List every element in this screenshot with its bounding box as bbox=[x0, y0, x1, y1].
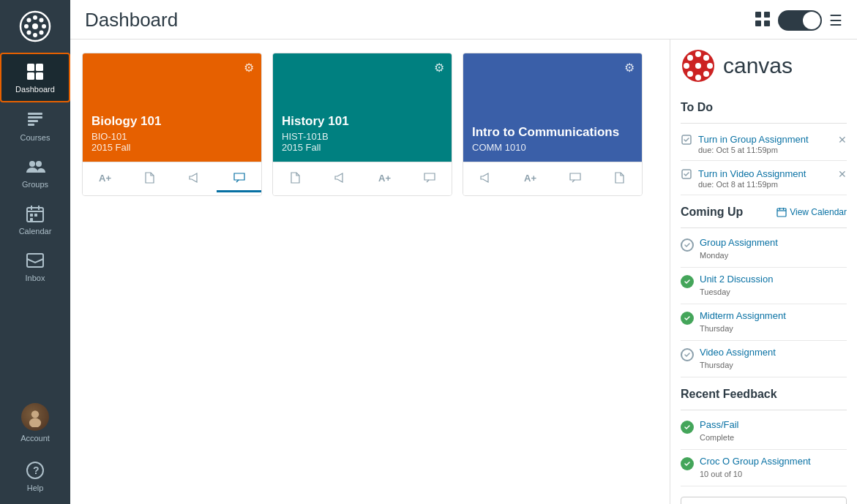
card-btn-announce-comm1010[interactable] bbox=[463, 165, 508, 192]
files-icon2 bbox=[289, 171, 302, 184]
check-green-fb-1 bbox=[684, 424, 691, 431]
coming-item-3: Midterm Assignment Thursday bbox=[681, 304, 847, 341]
courses-icon bbox=[25, 110, 45, 130]
check-green-fb-2 bbox=[684, 460, 691, 467]
card-btn-discuss-bio101[interactable] bbox=[217, 165, 261, 192]
avatar-img bbox=[25, 407, 45, 427]
svg-point-48 bbox=[687, 71, 693, 77]
coming-check-3 bbox=[681, 312, 694, 325]
card-btn-discuss-comm1010[interactable] bbox=[553, 165, 597, 192]
svg-rect-12 bbox=[27, 72, 34, 80]
card-gear-comm1010[interactable]: ⚙ bbox=[624, 61, 635, 75]
todo-divider bbox=[681, 123, 847, 124]
feedback-link-1[interactable]: Pass/Fail bbox=[700, 419, 847, 430]
view-calendar-label: View Calendar bbox=[790, 207, 847, 217]
calendar-small-icon bbox=[776, 207, 787, 217]
card-btn-grades-comm1010[interactable]: A+ bbox=[508, 165, 553, 192]
discuss-icon2 bbox=[423, 171, 436, 184]
svg-point-2 bbox=[33, 15, 37, 20]
assignment-icon-2 bbox=[681, 168, 692, 180]
todo-icon-1 bbox=[681, 134, 692, 148]
sidebar-item-help[interactable]: ? Help bbox=[0, 453, 70, 500]
card-btn-files-comm1010[interactable] bbox=[597, 165, 642, 192]
svg-point-19 bbox=[36, 161, 42, 167]
sidebar-item-groups[interactable]: Groups bbox=[0, 149, 70, 196]
svg-point-4 bbox=[24, 24, 29, 29]
coming-link-2[interactable]: Unit 2 Discussion bbox=[700, 274, 847, 285]
todo-icon-2 bbox=[681, 168, 692, 182]
card-gear-bio101[interactable]: ⚙ bbox=[244, 61, 254, 75]
svg-point-29 bbox=[29, 418, 41, 427]
sidebar: Dashboard Courses Groups bbox=[0, 0, 70, 504]
feedback-text-1: Pass/Fail Complete bbox=[700, 419, 847, 443]
todo-item-2: Turn in Video Assignment due: Oct 8 at 1… bbox=[681, 161, 847, 195]
feedback-sub-1: Complete bbox=[700, 433, 734, 442]
view-calendar-link[interactable]: View Calendar bbox=[776, 207, 847, 217]
coming-text-4: Video Assignment Thursday bbox=[700, 347, 847, 371]
grid-view-icon[interactable] bbox=[755, 11, 771, 30]
sidebar-item-account[interactable]: Account bbox=[0, 396, 70, 450]
coming-link-3[interactable]: Midterm Assignment bbox=[700, 310, 847, 321]
course-card-hist101[interactable]: ⚙ History 101 HIST-101B 2015 Fall bbox=[272, 53, 452, 196]
todo-link-2[interactable]: Turn in Video Assignment bbox=[698, 168, 806, 179]
card-btn-files-bio101[interactable] bbox=[127, 165, 172, 192]
groups-icon bbox=[25, 157, 45, 177]
card-btn-announce-bio101[interactable] bbox=[172, 165, 217, 192]
view-grades-button[interactable]: View Grades bbox=[681, 497, 847, 504]
sidebar-item-inbox[interactable]: Inbox bbox=[0, 243, 70, 290]
card-actions-hist101: A+ bbox=[273, 162, 452, 195]
header-controls: ☰ bbox=[755, 10, 842, 31]
coming-text-3: Midterm Assignment Thursday bbox=[700, 310, 847, 334]
card-btn-files-hist101[interactable] bbox=[273, 165, 318, 192]
assignment-icon-1 bbox=[681, 134, 692, 146]
todo-due-1: due: Oct 5 at 11:59pm bbox=[698, 146, 832, 154]
todo-link-1[interactable]: Turn in Group Assignment bbox=[698, 134, 809, 145]
course-card-bio101[interactable]: ⚙ Biology 101 BIO-101 2015 Fall A+ bbox=[82, 53, 262, 196]
check-gray-icon-4 bbox=[684, 351, 691, 358]
card-btn-announce-hist101[interactable] bbox=[318, 165, 362, 192]
coming-link-4[interactable]: Video Assignment bbox=[700, 347, 847, 358]
svg-rect-26 bbox=[30, 218, 33, 221]
svg-point-5 bbox=[42, 24, 46, 29]
sidebar-item-calendar[interactable]: Calendar bbox=[0, 196, 70, 243]
feedback-link-2[interactable]: Croc O Group Assignment bbox=[700, 456, 847, 467]
svg-rect-25 bbox=[34, 214, 37, 217]
card-btn-discuss-hist101[interactable] bbox=[407, 165, 452, 192]
sidebar-item-label-help: Help bbox=[27, 484, 44, 492]
view-toggle[interactable] bbox=[778, 10, 822, 31]
card-header-comm1010: ⚙ Intro to Communications COMM 1010 bbox=[463, 53, 642, 162]
menu-icon[interactable]: ☰ bbox=[829, 12, 842, 29]
svg-text:A+: A+ bbox=[99, 173, 111, 184]
course-card-comm1010[interactable]: ⚙ Intro to Communications COMM 1010 A+ bbox=[463, 53, 643, 196]
coming-link-1[interactable]: Group Assignment bbox=[700, 237, 847, 248]
svg-rect-24 bbox=[30, 214, 33, 217]
svg-point-9 bbox=[27, 31, 31, 35]
card-gear-hist101[interactable]: ⚙ bbox=[434, 61, 444, 75]
right-sidebar: canvas To Do Turn in Group Assignment du… bbox=[670, 40, 857, 504]
sidebar-item-courses[interactable]: Courses bbox=[0, 102, 70, 149]
svg-point-43 bbox=[684, 63, 689, 69]
svg-point-41 bbox=[695, 51, 701, 57]
todo-text-1: Turn in Group Assignment due: Oct 5 at 1… bbox=[698, 132, 832, 154]
coming-check-2 bbox=[681, 275, 694, 288]
card-btn-grades-hist101[interactable]: A+ bbox=[362, 165, 407, 192]
cards-area: ⚙ Biology 101 BIO-101 2015 Fall A+ bbox=[70, 40, 670, 504]
svg-text:?: ? bbox=[33, 464, 40, 476]
card-btn-grades-bio101[interactable]: A+ bbox=[83, 165, 127, 192]
todo-dismiss-2[interactable]: ✕ bbox=[838, 168, 847, 180]
todo-dismiss-1[interactable]: ✕ bbox=[838, 134, 847, 146]
grades-icon2: A+ bbox=[378, 171, 392, 184]
announce-icon2 bbox=[334, 171, 347, 184]
dashboard-body: ⚙ Biology 101 BIO-101 2015 Fall A+ bbox=[70, 40, 857, 504]
discuss-icon bbox=[233, 171, 246, 184]
svg-rect-16 bbox=[28, 120, 38, 122]
coming-up-title: Coming Up bbox=[681, 206, 743, 219]
feedback-check-2 bbox=[681, 457, 694, 470]
svg-point-47 bbox=[703, 55, 709, 61]
svg-point-7 bbox=[40, 31, 44, 35]
card-code-hist101: HIST-101B 2015 Fall bbox=[282, 131, 443, 153]
canvas-logo-icon bbox=[19, 10, 51, 42]
svg-text:A+: A+ bbox=[378, 173, 391, 184]
files-icon bbox=[143, 171, 157, 184]
sidebar-item-dashboard[interactable]: Dashboard bbox=[0, 53, 70, 102]
